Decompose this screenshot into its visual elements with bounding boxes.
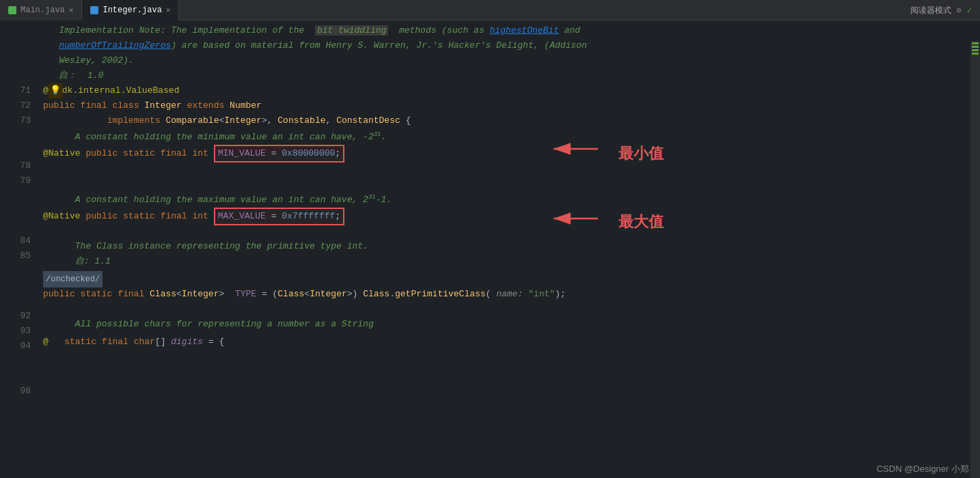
- line-num-blank8: [0, 203, 31, 219]
- line-numbers: 71 72 73 78 79 84 85 92 93 94 98: [0, 20, 38, 478]
- min-value-highlight: MIN_VALUE = 0x80000000;: [214, 145, 344, 163]
- scroll-mark-1: [972, 42, 979, 44]
- line-num-92: 92: [0, 309, 31, 324]
- tab-main-close[interactable]: ✕: [69, 5, 74, 14]
- doc-line-impl2: numberOfTrailingZeros) are based on mate…: [43, 38, 980, 53]
- line-num-blank4: [0, 68, 31, 83]
- line-98: @ static final char[] digits = {: [43, 335, 980, 350]
- line-94: [43, 302, 980, 317]
- tab-bar: Main.java ✕ Integer.java ✕ 阅读器模式 ⊘ ✓: [0, 0, 980, 20]
- doc-line-impl3: Wesley, 2002).: [43, 53, 980, 68]
- line-71: @💡dk.internal.ValueBased: [43, 83, 980, 98]
- line-num-blank12: [0, 294, 31, 309]
- doc-line-since: 自： 1.0: [43, 68, 980, 83]
- line-79: [43, 161, 980, 176]
- line-73: implements Comparable<Integer>, Constabl…: [43, 113, 980, 128]
- doc-min1: A constant holding the minimum value an …: [43, 128, 980, 143]
- credit-text: CSDN @Designer 小郑: [877, 464, 969, 474]
- tab-main[interactable]: Main.java ✕: [0, 0, 82, 20]
- doc-class2: 自: 1.1: [43, 254, 980, 269]
- doc-line-impl1: Implementation Note: The implementation …: [43, 23, 980, 38]
- check-icon[interactable]: ✓: [967, 5, 972, 16]
- bottom-bar: CSDN @Designer 小郑: [866, 460, 980, 478]
- line-num-94: 94: [0, 339, 31, 354]
- line-78: @Native public static final int MIN_VALU…: [43, 146, 980, 161]
- line-num-73: 73: [0, 113, 31, 128]
- line-num-98: 98: [0, 384, 31, 399]
- max-value-highlight: MAX_VALUE = 0x7fffffff;: [214, 208, 344, 225]
- code-content: Implementation Note: The implementation …: [38, 20, 980, 478]
- reader-mode-label[interactable]: 阅读器模式: [910, 5, 951, 16]
- line-num-blank5: [0, 128, 31, 143]
- tab-main-label: Main.java: [21, 5, 65, 15]
- max-value-zh-label: 最大值: [618, 212, 664, 232]
- line-num-79: 79: [0, 173, 31, 188]
- no-icon[interactable]: ⊘: [957, 5, 962, 16]
- tab-integer-close[interactable]: ✕: [166, 5, 171, 14]
- line-num-blank6: [0, 143, 31, 158]
- scroll-mark-4: [972, 53, 979, 55]
- main-file-icon: [8, 6, 16, 14]
- line-num-blank1: [0, 23, 31, 38]
- line-num-84: 84: [0, 234, 31, 249]
- scroll-mark-2: [972, 46, 979, 48]
- line-num-85: 85: [0, 249, 31, 264]
- line-num-71: 71: [0, 83, 31, 98]
- line-84: @Native public static final int MAX_VALU…: [43, 209, 980, 224]
- line-85: [43, 224, 980, 239]
- scroll-mark-3: [972, 49, 979, 51]
- code-area: 71 72 73 78 79 84 85 92 93 94 98 Impleme…: [0, 20, 980, 478]
- line-72: public final class Integer extends Numbe…: [43, 98, 980, 113]
- line-num-72: 72: [0, 98, 31, 113]
- line-num-blank14: [0, 369, 31, 384]
- doc-class1: The Class instance representing the prim…: [43, 239, 980, 254]
- line-num-blank2: [0, 38, 31, 53]
- right-scrollbar[interactable]: [970, 41, 980, 478]
- line-num-blank13: [0, 354, 31, 369]
- line-num-78: 78: [0, 158, 31, 173]
- top-right-toolbar: 阅读器模式 ⊘ ✓: [902, 0, 980, 20]
- line-num-blank11: [0, 279, 31, 294]
- doc-max1: A constant holding the maximum value an …: [43, 191, 980, 206]
- line-93: public static final Class<Integer> TYPE …: [43, 287, 980, 302]
- min-value-zh-label: 最小值: [618, 143, 664, 164]
- line-num-blank3: [0, 53, 31, 68]
- line-pencil: ✏: [43, 176, 980, 191]
- tab-integer-label: Integer.java: [103, 5, 161, 15]
- line-92: /unchecked/: [43, 272, 980, 287]
- integer-file-icon: [90, 6, 98, 14]
- line-num-blank7: [0, 188, 31, 203]
- line-num-blank10: [0, 264, 31, 279]
- line-num-93: 93: [0, 324, 31, 339]
- doc-chars: All possible chars for representing a nu…: [43, 317, 980, 332]
- line-num-blank9: [0, 219, 31, 234]
- tab-integer[interactable]: Integer.java ✕: [82, 0, 179, 20]
